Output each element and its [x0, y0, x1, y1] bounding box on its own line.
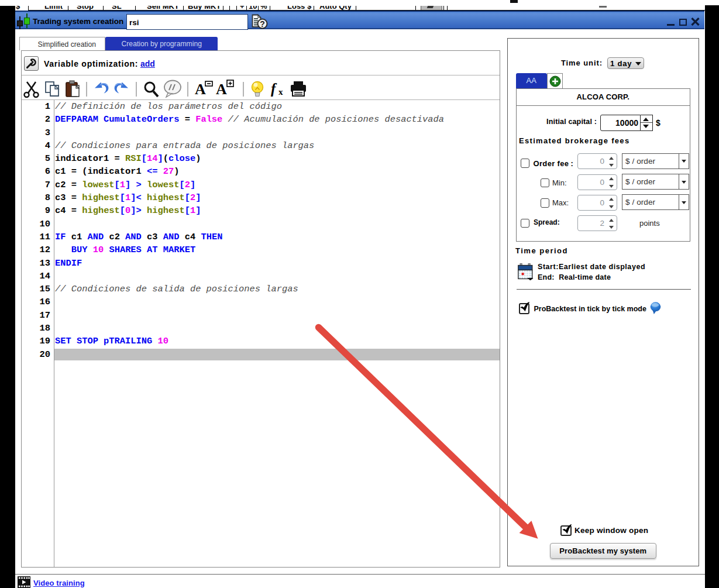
svg-text:f: f: [271, 81, 277, 97]
svg-text:x: x: [278, 87, 283, 97]
svg-text:?: ?: [260, 19, 265, 29]
svg-text:A: A: [195, 81, 206, 98]
svg-text:A: A: [216, 81, 227, 98]
